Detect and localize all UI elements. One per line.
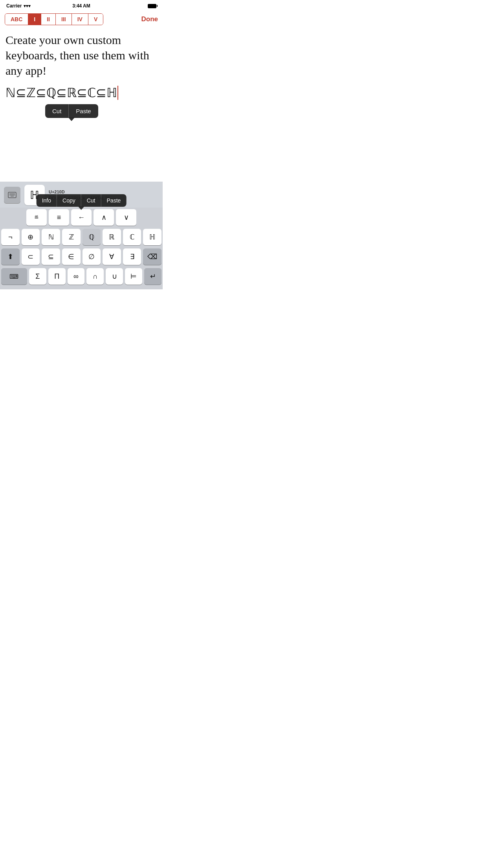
- paste-button-kb[interactable]: Paste: [101, 194, 127, 207]
- key-row-4: ⌨ Σ Π ∞ ∩ ∪ ⊨ ↵: [1, 268, 161, 285]
- key-intersect-symbol: ∩: [93, 272, 98, 281]
- key-exists[interactable]: ∃: [123, 248, 141, 265]
- key-subset-symbol: ⊂: [28, 252, 33, 261]
- math-symbols: ℕ⊆ℤ⊆ℚ⊆ℝ⊆ℂ⊆ℍ: [6, 85, 117, 100]
- tab-v[interactable]: V: [88, 14, 103, 25]
- key-intersect[interactable]: ∩: [86, 268, 104, 285]
- key-xor[interactable]: ⊕: [22, 229, 40, 245]
- battery-container: [148, 4, 156, 8]
- key-int-symbol: ℤ: [69, 233, 74, 241]
- tab-iv[interactable]: IV: [72, 14, 88, 25]
- carrier-info: Carrier ▾▾▾: [6, 3, 31, 9]
- key-neg-symbol: ¬: [8, 233, 13, 241]
- key-models-symbol: ⊨: [130, 272, 137, 281]
- tab-bar: ABC I II III IV V Done: [0, 11, 163, 28]
- return-icon: ↵: [150, 272, 156, 281]
- key-infinity-symbol: ∞: [73, 272, 79, 281]
- key-and[interactable]: ∧: [94, 209, 114, 226]
- key-shift[interactable]: ⬆: [1, 248, 20, 265]
- done-button[interactable]: Done: [141, 15, 158, 23]
- key-int[interactable]: ℤ: [62, 229, 81, 245]
- context-menu-kb: Info Copy Cut Paste: [37, 194, 127, 207]
- wifi-icon: ▾▾▾: [24, 4, 31, 9]
- key-subseteq[interactable]: ⊆: [42, 248, 60, 265]
- key-real[interactable]: ℝ: [103, 229, 121, 245]
- key-pi[interactable]: Π: [48, 268, 66, 285]
- cut-button-top[interactable]: Cut: [45, 104, 68, 118]
- key-larrow-symbol: ←: [78, 213, 85, 222]
- key-or[interactable]: ∨: [116, 209, 136, 226]
- key-empty[interactable]: ∅: [83, 248, 101, 265]
- cut-button-kb[interactable]: Cut: [81, 194, 101, 207]
- key-and-symbol: ∧: [101, 213, 106, 222]
- key-xor-symbol: ⊕: [28, 233, 33, 241]
- tab-group: ABC I II III IV V: [5, 13, 103, 25]
- battery-icon: [148, 4, 156, 8]
- key-rat[interactable]: ℚ: [83, 229, 101, 245]
- key-quat-symbol: ℍ: [149, 233, 155, 241]
- key-sigma-symbol: Σ: [35, 272, 40, 281]
- key-complex[interactable]: ℂ: [123, 229, 141, 245]
- key-keyboard-switch[interactable]: ⌨: [1, 268, 27, 285]
- keyboard-area: ℍ U+210D DOUBLE-STRUCK CAPITAL H Info Co…: [0, 182, 163, 289]
- key-sigma[interactable]: Σ: [29, 268, 46, 285]
- key-forall-symbol: ∀: [109, 252, 114, 261]
- key-quat[interactable]: ℍ: [143, 229, 161, 245]
- keyboard-switch-icon: ⌨: [9, 273, 18, 280]
- status-bar: Carrier ▾▾▾ 3:44 AM: [0, 0, 163, 11]
- copy-button-kb[interactable]: Copy: [57, 194, 81, 207]
- key-equiv[interactable]: ≡: [49, 209, 69, 226]
- paste-button-top[interactable]: Paste: [68, 104, 98, 118]
- key-union-symbol: ∪: [112, 272, 117, 281]
- carrier-label: Carrier: [6, 3, 22, 9]
- key-row-1: Info Copy Cut Paste ≝ ≡ ← ∧ ∨: [1, 209, 161, 226]
- keyboard-bottom-spacer: [0, 285, 163, 289]
- tab-iii[interactable]: III: [56, 14, 72, 25]
- key-or-symbol: ∨: [124, 213, 129, 222]
- text-cursor: [117, 86, 118, 100]
- key-neg[interactable]: ¬: [1, 229, 20, 245]
- key-infinity[interactable]: ∞: [68, 268, 85, 285]
- key-nat-symbol: ℕ: [48, 233, 54, 241]
- key-forall[interactable]: ∀: [103, 248, 121, 265]
- tab-abc[interactable]: ABC: [5, 14, 28, 25]
- key-in-symbol: ∈: [68, 252, 74, 261]
- key-equiv-symbol: ≡: [57, 213, 61, 222]
- tab-i[interactable]: I: [28, 14, 41, 25]
- key-pi-symbol: Π: [54, 272, 59, 281]
- context-menu-top: Cut Paste: [45, 104, 98, 118]
- text-area[interactable]: Create your own custom keyboards, then u…: [0, 28, 163, 138]
- key-empty-symbol: ∅: [88, 252, 95, 261]
- key-exists-symbol: ∃: [130, 252, 134, 261]
- key-def[interactable]: ≝: [26, 209, 47, 226]
- key-subset[interactable]: ⊂: [22, 248, 40, 265]
- key-backspace[interactable]: ⌫: [143, 248, 161, 265]
- key-real-symbol: ℝ: [109, 233, 114, 241]
- backspace-icon: ⌫: [147, 252, 157, 261]
- key-complex-symbol: ℂ: [130, 233, 135, 241]
- key-row-3: ⬆ ⊂ ⊆ ∈ ∅ ∀ ∃ ⌫: [1, 248, 161, 265]
- key-larrow[interactable]: ←: [71, 209, 92, 226]
- math-text: ℕ⊆ℤ⊆ℚ⊆ℝ⊆ℂ⊆ℍ: [6, 85, 157, 100]
- info-button-kb[interactable]: Info: [37, 194, 57, 207]
- key-def-symbol: ≝: [34, 214, 39, 221]
- tab-ii[interactable]: II: [41, 14, 56, 25]
- key-union[interactable]: ∪: [106, 268, 123, 285]
- key-models[interactable]: ⊨: [125, 268, 142, 285]
- key-subseteq-symbol: ⊆: [48, 252, 54, 261]
- keyboard-icon[interactable]: [4, 187, 20, 203]
- main-text: Create your own custom keyboards, then u…: [6, 32, 157, 78]
- time-label: 3:44 AM: [72, 3, 90, 9]
- key-row-2: ¬ ⊕ ℕ ℤ ℚ ℝ ℂ ℍ: [1, 229, 161, 245]
- key-in[interactable]: ∈: [62, 248, 81, 265]
- key-nat[interactable]: ℕ: [42, 229, 60, 245]
- key-return[interactable]: ↵: [144, 268, 161, 285]
- shift-icon: ⬆: [7, 252, 13, 261]
- key-rat-symbol: ℚ: [89, 233, 94, 241]
- keyboard-rows: Info Copy Cut Paste ≝ ≡ ← ∧ ∨: [0, 208, 163, 285]
